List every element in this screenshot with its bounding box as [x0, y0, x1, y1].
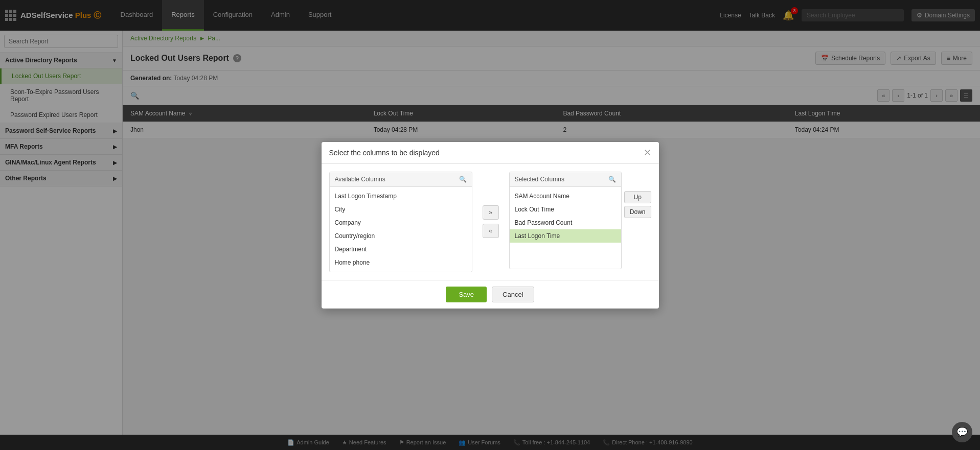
add-columns-button[interactable]: » [483, 205, 499, 220]
sel-item-0[interactable]: SAM Account Name [510, 190, 621, 203]
avail-item-5[interactable]: Home phone [330, 256, 472, 269]
modal-save-button[interactable]: Save [446, 287, 487, 302]
down-button[interactable]: Down [624, 206, 651, 218]
up-down-buttons: Up Down [624, 172, 651, 218]
chat-bubble[interactable]: 💬 [952, 422, 972, 442]
avail-item-4[interactable]: Department [330, 243, 472, 256]
avail-item-3[interactable]: Country/region [330, 229, 472, 243]
selected-columns-panel: Selected Columns 🔍 SAM Account Name Lock… [509, 172, 622, 269]
available-columns-header: Available Columns 🔍 [330, 172, 472, 187]
available-columns-label: Available Columns [335, 176, 385, 183]
selected-columns-header: Selected Columns 🔍 [510, 172, 621, 187]
available-columns-panel: Available Columns 🔍 Last Logon Timestamp… [329, 172, 472, 272]
up-button[interactable]: Up [624, 191, 651, 203]
sel-item-3[interactable]: Last Logon Time [510, 229, 621, 243]
sel-item-1[interactable]: Lock Out Time [510, 203, 621, 216]
avail-item-0[interactable]: Last Logon Timestamp [330, 190, 472, 203]
modal-title: Select the columns to be displayed [329, 149, 440, 157]
available-search-icon[interactable]: 🔍 [459, 176, 467, 183]
modal-footer: Save Cancel [322, 280, 659, 309]
modal-header: Select the columns to be displayed ✕ [322, 142, 659, 164]
sel-item-2[interactable]: Bad Password Count [510, 216, 621, 229]
remove-columns-button[interactable]: « [483, 224, 499, 238]
modal-cancel-button[interactable]: Cancel [492, 287, 534, 302]
column-select-modal: Select the columns to be displayed ✕ Ava… [322, 142, 659, 309]
available-columns-list: Last Logon Timestamp City Company Countr… [330, 187, 472, 272]
avail-item-1[interactable]: City [330, 203, 472, 216]
transfer-buttons: » « [480, 172, 502, 272]
selected-columns-wrapper: Selected Columns 🔍 SAM Account Name Lock… [509, 172, 651, 272]
selected-columns-label: Selected Columns [515, 176, 564, 183]
modal-overlay: Select the columns to be displayed ✕ Ava… [0, 0, 980, 450]
selected-search-icon[interactable]: 🔍 [608, 176, 616, 183]
avail-item-2[interactable]: Company [330, 216, 472, 229]
modal-close-button[interactable]: ✕ [644, 148, 651, 157]
modal-body: Available Columns 🔍 Last Logon Timestamp… [322, 164, 659, 280]
selected-columns-list: SAM Account Name Lock Out Time Bad Passw… [510, 187, 621, 269]
